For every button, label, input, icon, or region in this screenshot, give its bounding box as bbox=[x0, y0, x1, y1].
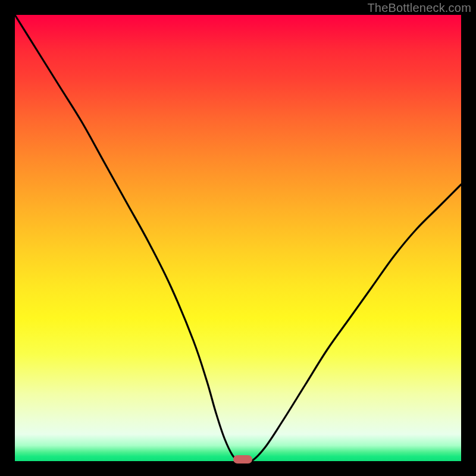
bottleneck-curve bbox=[15, 15, 461, 462]
minimum-marker bbox=[233, 455, 252, 464]
curve-svg bbox=[15, 15, 461, 461]
plot-area bbox=[15, 15, 461, 461]
chart-stage: TheBottleneck.com bbox=[0, 0, 476, 476]
watermark-text: TheBottleneck.com bbox=[367, 1, 471, 15]
